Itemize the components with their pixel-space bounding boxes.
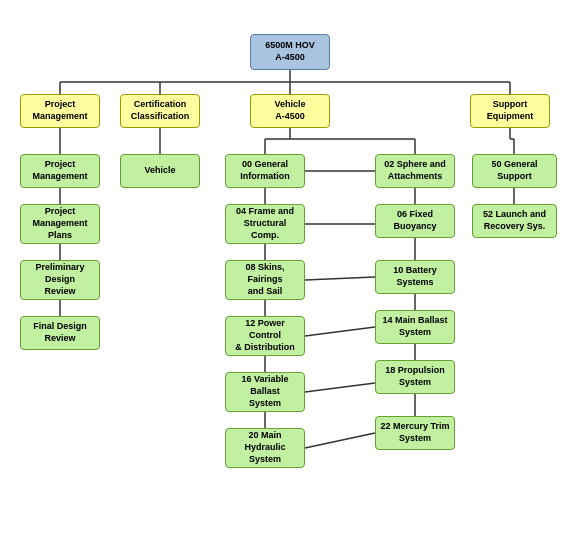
node-cert1: Vehicle [120, 154, 200, 188]
node-v10: 14 Main BallastSystem [375, 310, 455, 344]
node-pm1: ProjectManagement [20, 154, 100, 188]
node-vehicle_cat: VehicleA-4500 [250, 94, 330, 128]
node-root: 6500M HOVA-4500 [250, 34, 330, 70]
node-cert_cat: CertificationClassification [120, 94, 200, 128]
node-pm2: ProjectManagementPlans [20, 204, 100, 244]
chart-container: 6500M HOVA-4500ProjectManagementCertific… [10, 24, 575, 494]
node-v8: 06 FixedBuoyancy [375, 204, 455, 238]
svg-line-29 [305, 327, 375, 336]
node-support_cat: SupportEquipment [470, 94, 550, 128]
node-v6: 20 MainHydraulicSystem [225, 428, 305, 468]
node-v1: 00 GeneralInformation [225, 154, 305, 188]
node-v4: 12 PowerControl& Distribution [225, 316, 305, 356]
node-pm4: Final DesignReview [20, 316, 100, 350]
node-s2: 52 Launch andRecovery Sys. [472, 204, 557, 238]
node-pm3: PreliminaryDesignReview [20, 260, 100, 300]
node-v12: 22 Mercury TrimSystem [375, 416, 455, 450]
svg-line-30 [305, 383, 375, 392]
node-v9: 10 BatterySystems [375, 260, 455, 294]
node-pm_cat: ProjectManagement [20, 94, 100, 128]
node-v2: 04 Frame andStructuralComp. [225, 204, 305, 244]
svg-line-31 [305, 433, 375, 448]
node-v7: 02 Sphere andAttachments [375, 154, 455, 188]
node-s1: 50 GeneralSupport [472, 154, 557, 188]
node-v11: 18 PropulsionSystem [375, 360, 455, 394]
node-v3: 08 Skins,Fairingsand Sail [225, 260, 305, 300]
svg-line-28 [305, 277, 375, 280]
node-v5: 16 VariableBallastSystem [225, 372, 305, 412]
